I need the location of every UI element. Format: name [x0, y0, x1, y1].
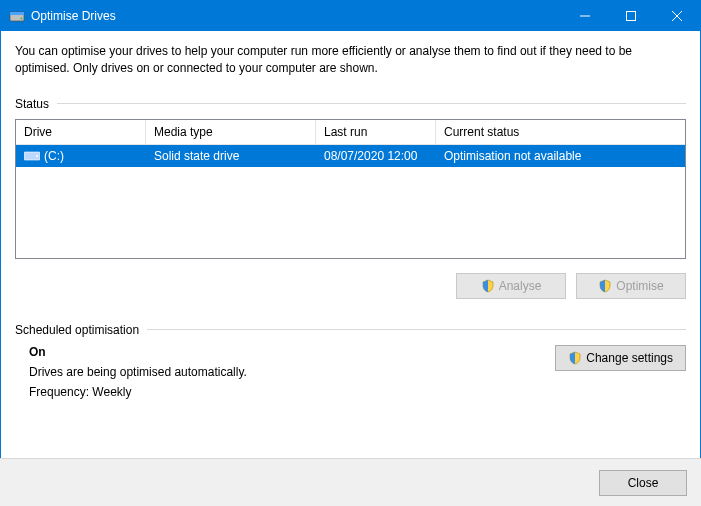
col-header-media[interactable]: Media type — [146, 120, 316, 144]
cell-drive-text: (C:) — [44, 149, 64, 163]
close-window-button[interactable] — [654, 1, 700, 31]
status-section-header: Status — [15, 97, 686, 111]
scheduled-label: Scheduled optimisation — [15, 323, 139, 337]
shield-icon — [598, 279, 612, 293]
optimise-label: Optimise — [616, 279, 663, 293]
svg-point-2 — [21, 18, 23, 20]
status-label: Status — [15, 97, 49, 111]
analyse-button[interactable]: Analyse — [456, 273, 566, 299]
app-icon — [9, 8, 25, 24]
svg-rect-4 — [627, 12, 636, 21]
svg-rect-1 — [10, 12, 24, 15]
change-settings-label: Change settings — [586, 351, 673, 365]
table-row[interactable]: (C:) Solid state drive 08/07/2020 12:00 … — [16, 145, 685, 167]
cell-media: Solid state drive — [146, 149, 316, 163]
footer-bar: Close — [0, 458, 701, 506]
scheduled-frequency: Frequency: Weekly — [29, 385, 535, 399]
drive-table: Drive Media type Last run Current status… — [15, 119, 686, 259]
svg-point-8 — [36, 155, 38, 157]
col-header-last[interactable]: Last run — [316, 120, 436, 144]
intro-text: You can optimise your drives to help you… — [15, 43, 686, 77]
optimise-button[interactable]: Optimise — [576, 273, 686, 299]
cell-status: Optimisation not available — [436, 149, 685, 163]
shield-icon — [481, 279, 495, 293]
shield-icon — [568, 351, 582, 365]
table-header-row: Drive Media type Last run Current status — [16, 120, 685, 145]
close-button[interactable]: Close — [599, 470, 687, 496]
scheduled-desc: Drives are being optimised automatically… — [29, 365, 535, 379]
scheduled-status: On — [29, 345, 535, 359]
change-settings-button[interactable]: Change settings — [555, 345, 686, 371]
scheduled-section-header: Scheduled optimisation — [15, 323, 686, 337]
drive-icon — [24, 150, 40, 162]
col-header-status[interactable]: Current status — [436, 120, 685, 144]
scheduled-block: On Drives are being optimised automatica… — [15, 345, 686, 405]
analyse-label: Analyse — [499, 279, 542, 293]
maximize-button[interactable] — [608, 1, 654, 31]
col-header-drive[interactable]: Drive — [16, 120, 146, 144]
minimize-button[interactable] — [562, 1, 608, 31]
window-title: Optimise Drives — [31, 9, 116, 23]
cell-drive: (C:) — [16, 149, 146, 163]
cell-last: 08/07/2020 12:00 — [316, 149, 436, 163]
action-row: Analyse Optimise — [15, 273, 686, 299]
title-bar: Optimise Drives — [1, 1, 700, 31]
